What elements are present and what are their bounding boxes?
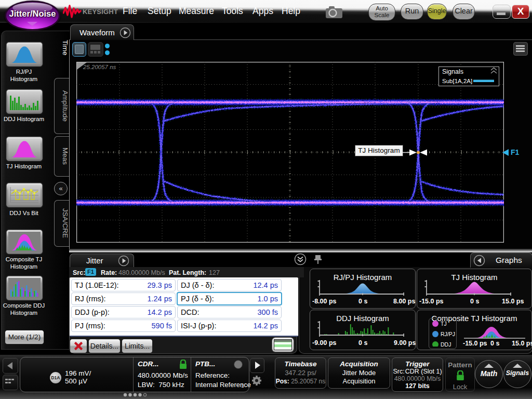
svg-text:Signals: Signals (442, 68, 463, 75)
svg-text:TJ: TJ (441, 321, 447, 327)
svg-text:Sub[1A,2A]: Sub[1A,2A] (442, 78, 472, 84)
svg-text:DDJ: DDJ (441, 341, 451, 347)
svg-text:25.20057 ns: 25.20057 ns (83, 64, 116, 70)
svg-text:RJ/PJ: RJ/PJ (441, 331, 455, 337)
